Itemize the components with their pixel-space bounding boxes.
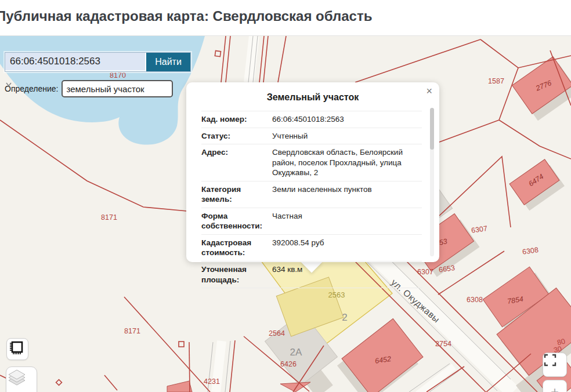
- chevron-down-icon: [5, 80, 13, 88]
- popup-row: Статус:Учтенный: [201, 128, 422, 144]
- measure-button[interactable]: [6, 338, 28, 360]
- parcel-label: 4231: [204, 378, 220, 386]
- popup-row-label: Адрес:: [201, 147, 270, 178]
- popup-scrollbar: [430, 108, 434, 256]
- popup-rows: Кад. номер:66:06:4501018:2563Статус:Учте…: [201, 111, 422, 288]
- popup-title: Земельный участок: [186, 92, 439, 103]
- parcel-label: 6426: [280, 361, 297, 368]
- popup-row-label: Статус:: [201, 131, 270, 141]
- filter-select[interactable]: земельный участок: [62, 80, 173, 97]
- measure-icon: [7, 339, 26, 357]
- parcel-label: 8171: [124, 328, 140, 335]
- parcel-label: 2754: [435, 340, 451, 348]
- popup-row-value: 66:06:4501018:2563: [270, 114, 422, 125]
- search-button[interactable]: Найти: [145, 53, 190, 71]
- parcel-label: 2563: [328, 291, 345, 299]
- page-header: Публичная кадастровая карта: Свердловска…: [0, 0, 571, 36]
- parcel-label: 8170: [110, 72, 126, 79]
- popup-row: Уточненная площадь:634 кв.м: [201, 261, 422, 288]
- zoom-in-button[interactable]: +: [543, 380, 567, 392]
- popup-row-value: Частная: [270, 211, 422, 231]
- popup-row-value: Свердловская область, Белоярский район, …: [270, 147, 422, 178]
- popup-row: Адрес:Свердловская область, Белоярский р…: [201, 144, 422, 181]
- fullscreen-icon: [543, 353, 557, 367]
- popup-row-value: Земли населенных пунктов: [270, 184, 422, 205]
- plus-icon: +: [551, 384, 559, 392]
- parcel-label: 2: [342, 313, 347, 322]
- parcel-label: 2А: [290, 347, 302, 357]
- popup-row-value: 634 кв.м: [270, 264, 422, 285]
- popup-row-value: Учтенный: [270, 131, 422, 141]
- popup-row-label: Уточненная площадь:: [201, 264, 270, 285]
- popup-row-value: 392008.54 руб: [270, 238, 422, 258]
- close-icon[interactable]: ×: [426, 86, 432, 96]
- parcel-label: 8171: [101, 214, 117, 222]
- popup-scrollbar-thumb[interactable]: [430, 108, 434, 150]
- parcel-label: 2564: [269, 330, 285, 337]
- popup-row: Кадастровая стоимость:392008.54 руб: [201, 234, 422, 261]
- popup-row-label: Форма собственности:: [201, 211, 270, 231]
- map-canvas[interactable]: 8170158727766474817163076653630866536307…: [0, 36, 571, 392]
- search-widget: Найти: [5, 52, 191, 72]
- popup-row: Категория земель:Земли населенных пункто…: [201, 181, 422, 208]
- fullscreen-button[interactable]: [543, 353, 567, 377]
- parcel-label: 1587: [488, 78, 504, 85]
- layers-icon: [6, 367, 27, 388]
- popup-row: Форма собственности:Частная: [201, 208, 422, 234]
- popup-row-label: Кад. номер:: [201, 114, 270, 125]
- layers-button[interactable]: [6, 366, 37, 392]
- popup-row-label: Кадастровая стоимость:: [201, 238, 270, 258]
- popup-row: Кад. номер:66:06:4501018:2563: [201, 111, 422, 128]
- parcel-label: 6308: [467, 296, 483, 304]
- parcel-info-popup: × Земельный участок Кад. номер:66:06:450…: [186, 82, 439, 262]
- popup-row-label: Категория земель:: [201, 184, 270, 205]
- search-input[interactable]: [5, 53, 145, 70]
- filter-selected-value: земельный участок: [66, 84, 144, 94]
- filter-row: Определение: земельный участок: [5, 80, 173, 97]
- page-title: Публичная кадастровая карта: Свердловска…: [0, 8, 571, 24]
